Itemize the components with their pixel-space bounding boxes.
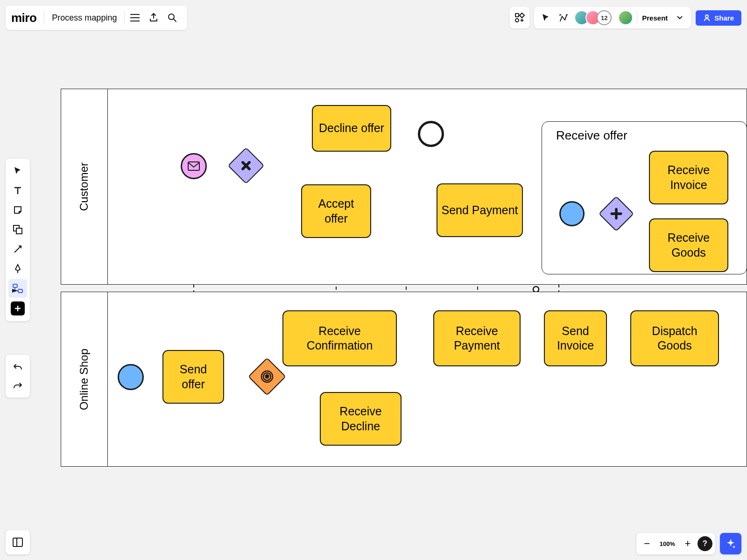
task-dispatch-goods[interactable]: Dispatch Goods bbox=[630, 310, 719, 366]
event-end-decline[interactable] bbox=[418, 121, 444, 147]
gateway-parallel-subprocess[interactable] bbox=[604, 201, 629, 226]
event-start-subprocess[interactable] bbox=[559, 201, 585, 226]
lane-label-customer: Customer bbox=[61, 89, 108, 284]
svg-rect-13 bbox=[18, 289, 22, 293]
task-send-payment[interactable]: Send Payment bbox=[437, 183, 523, 237]
share-button[interactable]: Share bbox=[696, 10, 741, 26]
collaborator-avatars[interactable]: 12 bbox=[574, 10, 612, 25]
svg-rect-12 bbox=[13, 284, 17, 287]
zoom-out-button[interactable]: − bbox=[639, 536, 655, 552]
board-title[interactable]: Process mapping bbox=[45, 13, 123, 23]
task-receive-decline[interactable]: Receive Decline bbox=[320, 392, 402, 446]
svg-point-3 bbox=[263, 373, 271, 380]
undo-icon[interactable] bbox=[8, 357, 27, 376]
add-tool-icon[interactable] bbox=[11, 301, 25, 315]
svg-rect-11 bbox=[16, 228, 22, 234]
connectors-layer bbox=[0, 0, 747, 560]
apps-button[interactable] bbox=[510, 7, 529, 28]
pool-customer[interactable]: Customer bbox=[61, 89, 747, 285]
pool-online-shop[interactable]: Online Shop bbox=[61, 292, 747, 467]
cursor-icon[interactable] bbox=[539, 8, 553, 27]
svg-rect-6 bbox=[515, 14, 519, 17]
subprocess-title: Receive offer bbox=[556, 128, 627, 143]
svg-rect-14 bbox=[13, 538, 22, 546]
task-receive-payment[interactable]: Receive Payment bbox=[433, 310, 521, 366]
sticky-note-tool-icon[interactable] bbox=[8, 201, 27, 219]
export-icon[interactable] bbox=[144, 8, 163, 27]
text-tool-icon[interactable] bbox=[8, 181, 27, 200]
task-receive-goods[interactable]: Receive Goods bbox=[649, 218, 728, 272]
zoom-in-button[interactable]: + bbox=[680, 536, 696, 552]
task-send-invoice[interactable]: Send Invoice bbox=[544, 310, 607, 366]
help-button[interactable]: ? bbox=[698, 536, 712, 551]
task-receive-confirmation[interactable]: Receive Confirmation bbox=[282, 310, 397, 366]
chevron-down-icon bbox=[677, 16, 683, 20]
pen-tool-icon[interactable] bbox=[8, 259, 27, 278]
shape-tool-icon[interactable] bbox=[8, 220, 27, 239]
event-start-shop[interactable] bbox=[118, 364, 144, 390]
svg-marker-7 bbox=[520, 13, 524, 18]
svg-rect-1 bbox=[188, 162, 199, 170]
history-palette bbox=[6, 355, 30, 398]
gateway-event-based[interactable] bbox=[254, 363, 281, 390]
svg-point-2 bbox=[261, 371, 273, 382]
task-decline-offer[interactable]: Decline offer bbox=[312, 105, 391, 152]
bpmn-tool-icon[interactable] bbox=[8, 279, 27, 298]
person-add-icon bbox=[703, 14, 711, 21]
svg-marker-4 bbox=[265, 374, 269, 378]
lane-label-shop: Online Shop bbox=[61, 292, 108, 466]
topbar-left: miro Process mapping bbox=[6, 6, 187, 30]
reactions-icon[interactable] bbox=[557, 8, 571, 27]
avatar-me[interactable] bbox=[618, 10, 633, 25]
avatar-overflow-count[interactable]: 12 bbox=[597, 10, 612, 25]
gateway-exclusive-customer[interactable] bbox=[233, 153, 259, 179]
envelope-icon bbox=[188, 161, 200, 171]
zoom-control: − 100% + ? bbox=[636, 533, 715, 554]
app-logo[interactable]: miro bbox=[11, 11, 43, 25]
bottom-right-controls: − 100% + ? bbox=[636, 533, 741, 554]
task-send-offer[interactable]: Send offer bbox=[162, 350, 224, 404]
task-accept-offer[interactable]: Accept offer bbox=[301, 184, 371, 238]
zoom-value[interactable]: 100% bbox=[657, 540, 678, 547]
divider bbox=[124, 11, 125, 25]
svg-point-9 bbox=[705, 15, 708, 18]
topbar: miro Process mapping bbox=[6, 6, 741, 30]
collab-chip: 12 Present bbox=[534, 7, 691, 28]
apps-icon bbox=[514, 13, 525, 23]
present-dropdown[interactable] bbox=[673, 16, 686, 20]
plus-gear-icon bbox=[610, 208, 622, 220]
canvas[interactable]: Customer Online Shop Decline offer Accep… bbox=[0, 0, 747, 560]
divider bbox=[44, 11, 44, 25]
hamburger-menu-icon[interactable] bbox=[126, 8, 144, 27]
select-tool-icon[interactable] bbox=[8, 161, 27, 180]
present-button[interactable]: Present bbox=[637, 11, 669, 25]
pentagon-icon bbox=[260, 370, 274, 384]
search-icon[interactable] bbox=[163, 8, 182, 27]
x-icon bbox=[240, 159, 253, 172]
svg-point-8 bbox=[515, 19, 519, 22]
event-message-start[interactable] bbox=[181, 153, 207, 179]
frames-panel-toggle-icon[interactable] bbox=[6, 530, 30, 554]
connector-tool-icon[interactable] bbox=[8, 240, 27, 259]
sparkle-icon bbox=[725, 538, 736, 549]
tool-palette bbox=[6, 159, 30, 321]
subprocess-receive-offer[interactable]: Receive offer bbox=[542, 121, 747, 274]
svg-point-5 bbox=[169, 14, 174, 20]
task-receive-invoice[interactable]: Receive Invoice bbox=[649, 151, 728, 204]
redo-icon[interactable] bbox=[8, 376, 27, 395]
topbar-right: 12 Present Share bbox=[510, 7, 741, 28]
ai-assist-button[interactable] bbox=[720, 533, 741, 554]
